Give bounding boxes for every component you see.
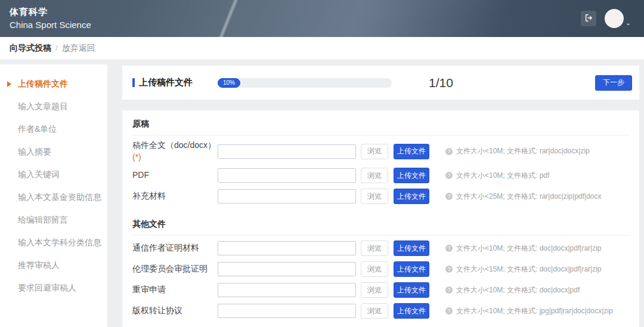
upload-row-copyright-transfer: 版权转让协议 浏览 上传文件 ? 文件大小<10M; 文件格式: jpg|pdf… (132, 303, 630, 319)
file-path-input[interactable] (218, 168, 356, 183)
field-label-text: 重审申请 (132, 285, 166, 294)
main-column: 上传稿件文件 10% 1/10 下一步 原稿 稿件全文（doc/docx） (*… (122, 66, 639, 327)
upload-row-rereview-application: 重审申请 浏览 上传文件 ? 文件大小<10M; 文件格式: doc|docx|… (132, 282, 630, 298)
browse-button[interactable]: 浏览 (361, 189, 388, 204)
progress-bar: 10% (218, 78, 392, 88)
upload-file-button[interactable]: 上传文件 (394, 282, 429, 298)
brand-logo: 体育科学 China Sport Science (10, 5, 91, 32)
info-icon: ? (445, 307, 453, 314)
step-title-text: 上传稿件文件 (139, 77, 193, 88)
sidebar-item-keywords[interactable]: 输入关键词 (0, 164, 107, 186)
browse-button[interactable]: 浏览 (361, 144, 388, 159)
file-path-input[interactable] (218, 283, 356, 297)
progress-value-pill: 10% (218, 78, 240, 88)
file-hint: ? 文件大小<10M; 文件格式: jpg|pdf|rar|doc|docx|z… (445, 306, 613, 316)
active-step-arrow-icon (7, 81, 11, 87)
field-label-text: 版权转让协议 (132, 306, 182, 315)
field-label: 重审申请 (132, 284, 218, 296)
field-label-text: 补充材料 (132, 191, 166, 200)
app-header: 体育科学 China Sport Science ⌄ (0, 0, 644, 37)
field-label-text: PDF (132, 170, 149, 180)
page-content: 上传稿件文件 输入文章题目 作者&单位 输入摘要 输入关键词 输入本文基金资助信… (0, 60, 644, 327)
file-hint-text: 文件大小<15M; 文件格式: doc|docx|pdf|rar|zip (456, 264, 602, 274)
field-label: 补充材料 (132, 190, 218, 202)
info-icon: ? (445, 266, 453, 273)
journal-title-en: China Sport Science (10, 18, 91, 32)
avatar[interactable] (605, 9, 624, 28)
file-hint: ? 文件大小<15M; 文件格式: doc|docx|pdf|rar|zip (445, 264, 602, 274)
sidebar-item-label: 输入本文学科分类信息 (18, 237, 101, 248)
browse-button[interactable]: 浏览 (361, 168, 388, 183)
field-label: 通信作者证明材料 (132, 242, 218, 254)
sidebar-item-abstract[interactable]: 输入摘要 (0, 141, 107, 164)
file-path-input[interactable] (218, 144, 356, 159)
sidebar-item-label: 输入摘要 (18, 147, 51, 158)
sidebar-item-label: 输入关键词 (18, 169, 60, 180)
file-hint-text: 文件大小<10M; 文件格式: doc|docx|pdf (456, 285, 580, 295)
info-icon: ? (445, 148, 453, 155)
upload-row-fulltext: 稿件全文（doc/docx） (*) 浏览 上传文件 ? 文件大小<10M; 文… (132, 140, 630, 163)
upload-file-button[interactable]: 上传文件 (394, 168, 429, 183)
upload-form-card: 原稿 稿件全文（doc/docx） (*) 浏览 上传文件 ? 文件大小<10M… (122, 110, 639, 327)
field-label: 稿件全文（doc/docx） (*) (132, 140, 218, 163)
sidebar-item-authors-affiliations[interactable]: 作者&单位 (0, 118, 107, 141)
file-hint-text: 文件大小<10M; 文件格式: pdf (456, 171, 549, 181)
browse-button[interactable]: 浏览 (361, 240, 388, 256)
upload-file-button[interactable]: 上传文件 (394, 303, 429, 319)
upload-file-button[interactable]: 上传文件 (394, 261, 429, 277)
sidebar-item-upload-files[interactable]: 上传稿件文件 (0, 73, 107, 95)
next-step-button-top[interactable]: 下一步 (595, 75, 632, 91)
upload-file-button[interactable]: 上传文件 (394, 189, 429, 204)
file-hint-text: 文件大小<25M; 文件格式: rar|doc|zip|pdf|docx (456, 192, 602, 202)
breadcrumb: 向导式投稿 / 放弃返回 (0, 37, 644, 60)
field-label: 版权转让协议 (132, 305, 218, 317)
sidebar-item-article-title[interactable]: 输入文章题目 (0, 95, 107, 118)
field-label-text: 伦理委员会审批证明 (132, 264, 208, 273)
file-hint: ? 文件大小<10M; 文件格式: rar|doc|docx|zip (445, 146, 590, 156)
sidebar-item-label: 推荐审稿人 (18, 260, 60, 271)
upload-row-ethics-approval: 伦理委员会审批证明 浏览 上传文件 ? 文件大小<15M; 文件格式: doc|… (132, 261, 630, 277)
field-label: 伦理委员会审批证明 (132, 263, 218, 275)
step-counter: 1/10 (429, 76, 453, 90)
file-path-input[interactable] (218, 189, 356, 203)
upload-row-corresponding-author-proof: 通信作者证明材料 浏览 上传文件 ? 文件大小<10M; 文件格式: doc|d… (132, 240, 630, 257)
sidebar-item-excluded-reviewers[interactable]: 要求回避审稿人 (0, 277, 107, 300)
abandon-return-link[interactable]: 放弃返回 (62, 43, 95, 54)
info-icon: ? (445, 286, 453, 294)
file-path-input[interactable] (218, 304, 356, 318)
section-title-other-files: 其他文件 (132, 211, 630, 236)
sidebar-item-funding-info[interactable]: 输入本文基金资助信息 (0, 186, 107, 209)
upload-file-button[interactable]: 上传文件 (394, 240, 429, 256)
step-header-card: 上传稿件文件 10% 1/10 下一步 (122, 66, 639, 100)
section-title-original-manuscript: 原稿 (132, 110, 630, 135)
breadcrumb-current: 向导式投稿 (10, 43, 51, 54)
file-hint: ? 文件大小<10M; 文件格式: doc|docx|pdf (445, 285, 580, 295)
sidebar-item-label: 作者&单位 (18, 124, 57, 135)
sidebar-item-recommend-reviewers[interactable]: 推荐审稿人 (0, 254, 107, 277)
logout-icon (584, 14, 593, 24)
title-accent-bar (132, 78, 135, 87)
sidebar-item-label: 上传稿件文件 (18, 79, 68, 90)
file-hint-text: 文件大小<10M; 文件格式: doc|docx|pdf|rar|zip (456, 243, 602, 254)
sidebar-item-label: 给编辑部留言 (18, 215, 68, 226)
browse-button[interactable]: 浏览 (361, 282, 388, 298)
logout-button[interactable] (581, 11, 596, 26)
upload-row-pdf: PDF 浏览 上传文件 ? 文件大小<10M; 文件格式: pdf (132, 167, 630, 184)
file-path-input[interactable] (218, 241, 356, 255)
browse-button[interactable]: 浏览 (361, 261, 388, 277)
sidebar-item-editor-message[interactable]: 给编辑部留言 (0, 209, 107, 232)
upload-file-button[interactable]: 上传文件 (394, 144, 429, 159)
file-hint: ? 文件大小<10M; 文件格式: doc|docx|pdf|rar|zip (445, 243, 602, 254)
sidebar-item-label: 输入文章题目 (18, 101, 68, 112)
upload-row-supplementary: 补充材料 浏览 上传文件 ? 文件大小<25M; 文件格式: rar|doc|z… (132, 188, 630, 205)
steps-sidebar: 上传稿件文件 输入文章题目 作者&单位 输入摘要 输入关键词 输入本文基金资助信… (0, 64, 107, 327)
file-hint: ? 文件大小<10M; 文件格式: pdf (445, 171, 549, 181)
user-menu[interactable]: ⌄ (605, 9, 631, 28)
sidebar-item-subject-classification[interactable]: 输入本文学科分类信息 (0, 232, 107, 254)
info-icon: ? (445, 245, 453, 252)
sidebar-item-label: 要求回避审稿人 (18, 283, 76, 294)
field-label: PDF (132, 169, 218, 181)
file-hint: ? 文件大小<25M; 文件格式: rar|doc|zip|pdf|docx (445, 192, 602, 202)
file-path-input[interactable] (218, 262, 356, 276)
browse-button[interactable]: 浏览 (361, 303, 388, 319)
